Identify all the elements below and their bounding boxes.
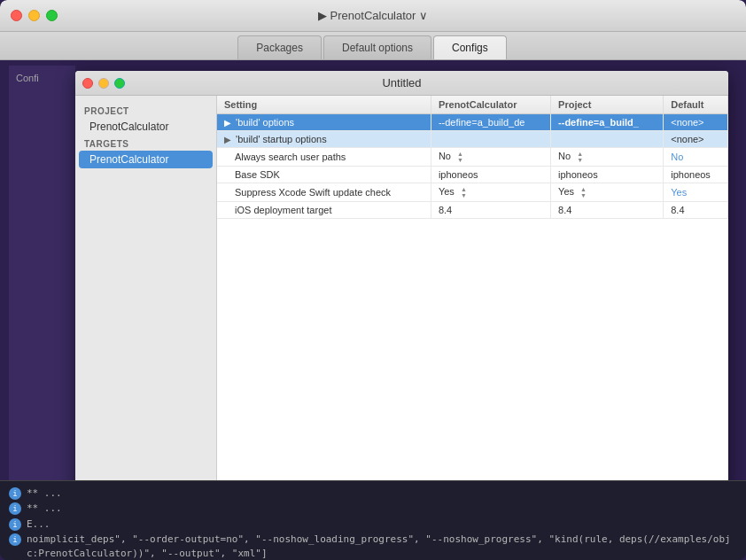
stepper-icon[interactable]: ▲▼ [461, 186, 471, 198]
close-button[interactable] [11, 10, 22, 21]
default-cell: <none> [664, 131, 728, 148]
dialog-traffic-lights [82, 78, 125, 89]
console-info-icon: i [9, 487, 21, 500]
chevron-down-icon: ∨ [419, 9, 428, 22]
console-info-icon: i [9, 502, 21, 515]
table-row[interactable]: iOS deployment target 8.4 8.4 8.4 [217, 202, 728, 219]
dialog-titlebar: Untitled [75, 71, 728, 96]
project-cell: Yes ▲▼ [551, 183, 664, 202]
console-area: i ** ... i ** ... i E... i noimplicit_de… [0, 480, 746, 560]
tab-packages[interactable]: Packages [237, 35, 322, 59]
col-setting: Setting [217, 96, 431, 114]
console-info-icon: i [9, 533, 21, 546]
setting-cell: Suppress Xcode Swift update check [217, 183, 431, 202]
default-cell: <none> [664, 114, 728, 131]
app-title: ▶ PrenotCalculator ∨ [318, 9, 429, 22]
traffic-lights [11, 10, 58, 21]
stepper-icon[interactable]: ▲▼ [577, 151, 587, 163]
prenot-cell: Yes ▲▼ [431, 183, 550, 202]
project-cell: 8.4 [551, 202, 664, 219]
xcode-icon: ▶ [318, 9, 327, 22]
expand-arrow-icon: ▶ [224, 118, 233, 128]
prenot-cell [431, 131, 550, 148]
dialog-body: PROJECT PrenotCalculator TARGETS PrenotC… [75, 96, 728, 512]
settings-table: Setting PrenotCalculator Project Default… [217, 96, 728, 219]
dialog-sidebar: PROJECT PrenotCalculator TARGETS PrenotC… [75, 96, 217, 512]
console-line: i E... [9, 517, 737, 531]
project-section-header: PROJECT [75, 103, 216, 118]
col-prenot: PrenotCalculator [431, 96, 550, 114]
dialog-close-button[interactable] [82, 78, 93, 89]
table-header-row: Setting PrenotCalculator Project Default [217, 96, 728, 114]
tab-default-options[interactable]: Default options [323, 35, 431, 59]
prenot-cell: No ▲▼ [431, 148, 550, 167]
console-text: E... [27, 517, 51, 531]
default-cell: 8.4 [664, 202, 728, 219]
console-line: i noimplicit_deps", "--order-output=no",… [9, 533, 737, 560]
project-cell: iphoneos [551, 167, 664, 183]
titlebar: ▶ PrenotCalculator ∨ [0, 0, 746, 32]
table-row[interactable]: ▶ 'build' startup options <none> [217, 131, 728, 148]
targets-section-header: TARGETS [75, 136, 216, 151]
minimize-button[interactable] [28, 10, 40, 21]
setting-cell: Always search user paths [217, 148, 431, 167]
config-label: Confi [9, 69, 43, 87]
prenot-cell: 8.4 [431, 202, 550, 219]
setting-cell: ▶ 'build' options [217, 114, 431, 131]
default-cell: iphoneos [664, 167, 728, 183]
console-text: ** ... [27, 486, 62, 500]
settings-area: Setting PrenotCalculator Project Default… [217, 96, 728, 512]
prenot-cell: --define=a_build_de [431, 114, 550, 131]
main-area: Confi + Untitled PR [0, 60, 746, 560]
console-text: ** ... [27, 502, 62, 515]
console-text: noimplicit_deps", "--order-output=no", "… [27, 533, 737, 560]
setting-cell: iOS deployment target [217, 202, 431, 219]
expand-arrow-icon: ▶ [224, 135, 233, 144]
app-window: ▶ PrenotCalculator ∨ Packages Default op… [0, 0, 746, 560]
prenot-cell: iphoneos [431, 167, 550, 183]
dialog-maximize-button[interactable] [114, 78, 125, 89]
dialog-minimize-button[interactable] [98, 78, 109, 89]
setting-cell: Base SDK [217, 167, 431, 183]
sidebar-item-target[interactable]: PrenotCalculator [79, 151, 213, 168]
col-project: Project [551, 96, 664, 114]
default-cell: No [664, 148, 728, 167]
console-info-icon: i [9, 518, 21, 531]
setting-cell: ▶ 'build' startup options [217, 131, 431, 148]
table-row[interactable]: ▶ 'build' options --define=a_build_de --… [217, 114, 728, 131]
dialog-title: Untitled [382, 76, 421, 89]
table-row[interactable]: Always search user paths No ▲▼ No ▲▼ No [217, 148, 728, 167]
default-cell: Yes [664, 183, 728, 202]
project-cell: No ▲▼ [551, 148, 664, 167]
maximize-button[interactable] [46, 10, 58, 21]
sidebar-item-project[interactable]: PrenotCalculator [75, 118, 216, 136]
stepper-icon[interactable]: ▲▼ [580, 186, 591, 198]
tab-bar: Packages Default options Configs [0, 32, 746, 60]
project-cell [551, 131, 664, 148]
console-line: i ** ... [9, 502, 737, 515]
console-line: i ** ... [9, 486, 737, 500]
tab-configs[interactable]: Configs [433, 35, 507, 59]
project-cell: --define=a_build_ [551, 114, 664, 131]
col-default: Default [664, 96, 728, 114]
table-row[interactable]: Base SDK iphoneos iphoneos iphoneos [217, 167, 728, 183]
stepper-icon[interactable]: ▲▼ [457, 151, 468, 163]
table-row[interactable]: Suppress Xcode Swift update check Yes ▲▼… [217, 183, 728, 202]
